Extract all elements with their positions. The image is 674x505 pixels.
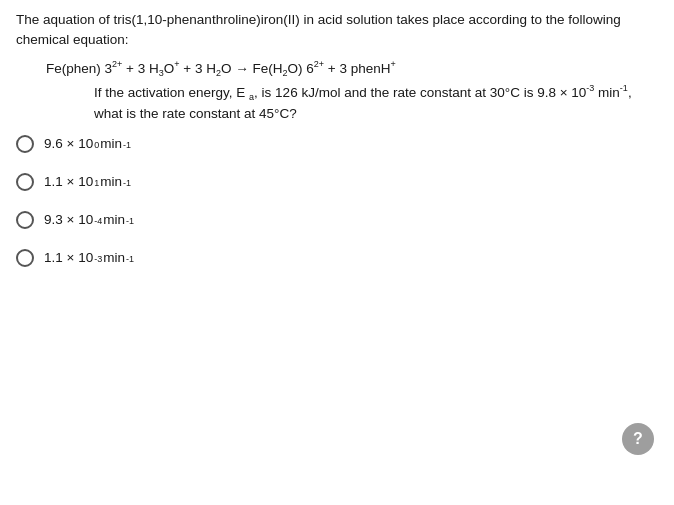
- eq-reactant: Fe(phen) 32+ + 3 H3O+ + 3 H2O → Fe(H2O) …: [46, 59, 396, 78]
- equation-line: Fe(phen) 32+ + 3 H3O+ + 3 H2O → Fe(H2O) …: [46, 59, 658, 78]
- radio-option-c[interactable]: [16, 211, 34, 229]
- option-label-c: 9.3 × 10-4 min-1: [44, 212, 134, 227]
- question-intro: The aquation of tris(1,10-phenanthroline…: [16, 10, 658, 51]
- equation-block: Fe(phen) 32+ + 3 H3O+ + 3 H2O → Fe(H2O) …: [46, 59, 658, 125]
- option-row-d[interactable]: 1.1 × 10-3 min-1: [16, 249, 658, 267]
- option-row-b[interactable]: 1.1 × 101 min-1: [16, 173, 658, 191]
- option-label-a: 9.6 × 100 min-1: [44, 136, 131, 151]
- option-label-b: 1.1 × 101 min-1: [44, 174, 131, 189]
- radio-option-a[interactable]: [16, 135, 34, 153]
- option-row-a[interactable]: 9.6 × 100 min-1: [16, 135, 658, 153]
- option-label-d: 1.1 × 10-3 min-1: [44, 250, 134, 265]
- intro-text: The aquation of tris(1,10-phenanthroline…: [16, 12, 621, 47]
- page-container: The aquation of tris(1,10-phenanthroline…: [0, 0, 674, 505]
- option-row-c[interactable]: 9.3 × 10-4 min-1: [16, 211, 658, 229]
- radio-option-b[interactable]: [16, 173, 34, 191]
- condition-text: If the activation energy, E a, is 126 kJ…: [94, 82, 658, 125]
- options-container: 9.6 × 100 min-1 1.1 × 101 min-1 9.3 × 10…: [16, 135, 658, 267]
- help-button[interactable]: ?: [622, 423, 654, 455]
- radio-option-d[interactable]: [16, 249, 34, 267]
